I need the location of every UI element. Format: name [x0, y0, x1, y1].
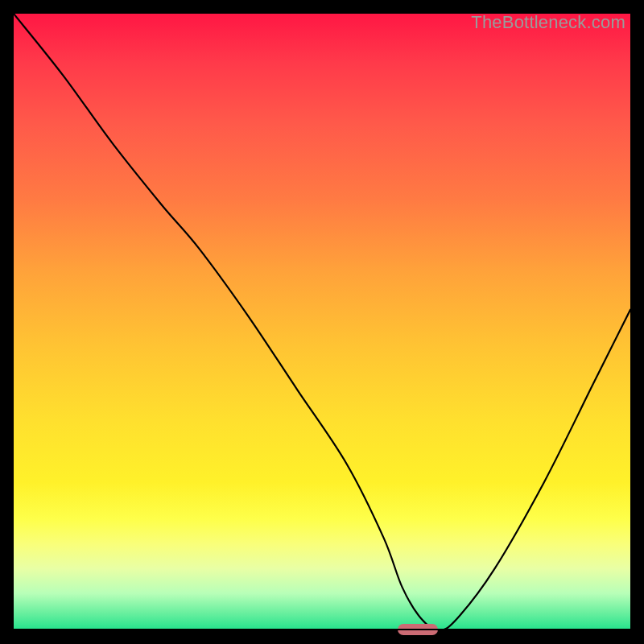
watermark-text: TheBottleneck.com [471, 12, 625, 33]
chart-frame: TheBottleneck.com [0, 0, 644, 644]
bottleneck-curve [14, 14, 630, 630]
plot-area: TheBottleneck.com [14, 14, 630, 630]
x-axis-baseline [14, 629, 630, 630]
